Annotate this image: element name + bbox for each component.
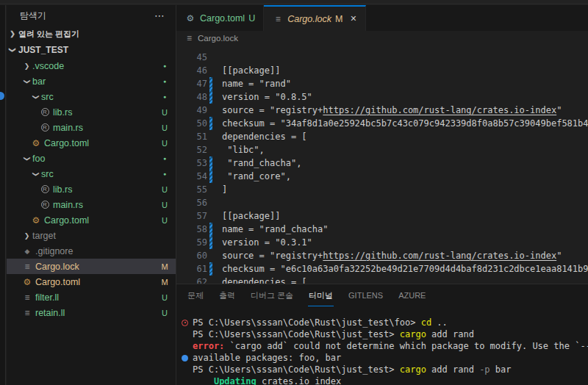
tree-item-target[interactable]: ❯target (7, 228, 176, 243)
tree-item-label: target (32, 231, 171, 241)
code-editor[interactable]: 4546[[package]]47name = "rand"48version … (176, 46, 588, 284)
chevron-right-icon[interactable]: ❯ (21, 232, 32, 240)
command-info-icon[interactable] (182, 355, 188, 361)
tree-item-foo[interactable]: ❯foo● (7, 151, 176, 166)
rust-file-icon: R (39, 123, 51, 132)
breadcrumb: ≡ Cargo.lock (176, 31, 588, 46)
code-line[interactable]: 51dependencies = [ (176, 130, 588, 143)
tree-item-bar[interactable]: ❯bar● (7, 73, 176, 89)
chevron-down-icon[interactable]: ❯ (32, 168, 40, 179)
code-text: "rand_core", (212, 170, 588, 183)
tab-git-badge: M (335, 14, 343, 24)
chevron-down-icon[interactable]: ❯ (24, 76, 31, 87)
tree-item-lib-rs[interactable]: Rlib.rsU (7, 181, 176, 197)
code-line[interactable]: 49source = "registry+https://github.com/… (176, 104, 588, 117)
tree-item-label: Cargo.toml (44, 138, 158, 148)
panel-tab-terminal[interactable]: 터미널 (308, 284, 334, 306)
vscode-window: 탐색기 ⋯ ❯ 열려 있는 편집기 ❯ JUST_TEST ❯.vscode●❯… (0, 0, 588, 385)
tree-item-filter-ll[interactable]: ≡filter.llU (7, 289, 176, 305)
terminal-text: cd (421, 317, 431, 328)
code-line[interactable]: 57[[package]] (176, 209, 588, 223)
tree-item-lib-rs[interactable]: Rlib.rsU (7, 104, 176, 120)
tree-item-cargo-toml[interactable]: ⚙Cargo.tomlM (7, 274, 176, 289)
code-line[interactable]: 55] (176, 183, 588, 196)
rust-file-icon-glyph: R (41, 185, 49, 193)
line-number: 53 (176, 156, 207, 170)
code-segment: [[package]] (222, 211, 280, 221)
tree-item-cargo-toml[interactable]: ⚙Cargo.tomlU (7, 135, 176, 151)
gear-icon: ⚙ (30, 215, 42, 226)
tree-item-retain-ll[interactable]: ≡retain.llU (7, 305, 176, 320)
list-icon: ≡ (21, 262, 33, 272)
tree-item-vscode[interactable]: ❯.vscode● (7, 58, 176, 73)
code-text: checksum = "e6c10a63a0fa32252be49d21e770… (212, 262, 588, 276)
code-line[interactable]: 61checksum = "e6c10a63a0fa32252be49d21e7… (176, 262, 588, 276)
workspace-section[interactable]: ❯ JUST_TEST (7, 42, 176, 58)
code-link[interactable]: https://github.com/rust-lang/crates.io-i… (323, 105, 556, 115)
chevron-down-icon[interactable]: ❯ (24, 153, 31, 164)
tree-item-cargo-lock[interactable]: ≡Cargo.lockM (7, 259, 176, 274)
code-segment: version = "0.3.1" (222, 237, 312, 248)
code-text: [[package]] (212, 209, 588, 223)
tree-item-label: Cargo.toml (44, 215, 158, 226)
rust-file-icon: R (39, 108, 51, 116)
code-text: "rand_chacha", (212, 156, 588, 170)
panel-tab-output[interactable]: 출력 (218, 284, 236, 306)
list-icon: ≡ (21, 308, 33, 318)
terminal[interactable]: PS C:\Users\sssan\Code\Rust\just_test\fo… (176, 306, 588, 385)
panel-tab-problems[interactable]: 문제 (187, 284, 204, 306)
more-actions-icon[interactable]: ⋯ (154, 10, 165, 21)
chevron-down-icon[interactable]: ❯ (32, 91, 40, 102)
rust-file-icon: R (39, 201, 51, 209)
chevron-right-icon[interactable]: ❯ (21, 62, 32, 70)
code-link[interactable]: https://github.com/rust-lang/crates.io-i… (323, 251, 556, 261)
open-editors-section[interactable]: ❯ 열려 있는 편집기 (7, 26, 176, 42)
command-failed-icon[interactable] (182, 320, 188, 326)
code-line[interactable]: 54 "rand_core", (176, 170, 588, 183)
gear-icon: ⚙ (184, 13, 196, 24)
code-text: source = "registry+https://github.com/ru… (212, 249, 588, 262)
panel-tab-azure[interactable]: AZURE (398, 284, 426, 306)
line-number: 51 (176, 130, 207, 143)
code-line[interactable]: 46[[package]] (176, 64, 588, 77)
rust-file-icon: R (39, 185, 51, 193)
panel-tab-gitlens[interactable]: GITLENS (348, 284, 384, 306)
code-line[interactable]: 52 "libc", (176, 143, 588, 156)
code-line[interactable]: 62dependencies = [ (176, 276, 588, 284)
panel-tab-debug-console[interactable]: 디버그 콘솔 (250, 284, 294, 306)
panel-tab-label: AZURE (398, 291, 426, 300)
code-line[interactable]: 59version = "0.3.1" (176, 236, 588, 249)
tree-item-src[interactable]: ❯src● (7, 89, 176, 104)
code-line[interactable]: 58name = "rand_chacha" (176, 223, 588, 236)
panel-tab-label: 터미널 (309, 291, 333, 300)
git-status-badge: U (158, 201, 171, 209)
tab-close-icon[interactable]: ✕ (350, 14, 356, 24)
code-segment: dependencies = [ (222, 277, 307, 284)
code-line[interactable]: 60source = "registry+https://github.com/… (176, 249, 588, 262)
code-line[interactable]: 48version = "0.8.5" (176, 90, 588, 104)
code-line[interactable]: 45 (176, 51, 588, 64)
chevron-down-icon[interactable]: ❯ (9, 44, 16, 56)
code-segment: checksum = "34af8d1a0e25924bc5b7c43c079c… (222, 118, 588, 129)
tab-cargo-toml[interactable]: ⚙Cargo.tomlU (176, 5, 264, 31)
tree-item-cargo-toml[interactable]: ⚙Cargo.tomlU (7, 212, 176, 228)
tree-item-label: lib.rs (53, 184, 158, 195)
line-number: 56 (176, 196, 207, 209)
code-line[interactable]: 56 (176, 196, 588, 209)
tree-item-main-rs[interactable]: Rmain.rsU (7, 197, 176, 212)
activity-bar (0, 5, 6, 385)
rust-file-icon-glyph: R (41, 123, 49, 132)
breadcrumb-item[interactable]: Cargo.lock (198, 34, 238, 43)
line-number: 46 (176, 64, 207, 77)
code-line[interactable]: 47name = "rand" (176, 77, 588, 90)
code-segment: ] (222, 184, 227, 195)
line-number: 59 (176, 236, 207, 249)
tab-cargo-lock[interactable]: ≡Cargo.lockM✕ (264, 5, 365, 31)
tree-item-main-rs[interactable]: Rmain.rsU (7, 120, 176, 135)
chevron-right-icon[interactable]: ❯ (7, 30, 18, 37)
code-line[interactable]: 53 "rand_chacha", (176, 156, 588, 170)
tree-item-src[interactable]: ❯src● (7, 166, 176, 181)
line-number: 52 (176, 143, 207, 156)
tree-item-gitignore[interactable]: ◆.gitignore (7, 243, 176, 259)
code-line[interactable]: 50checksum = "34af8d1a0e25924bc5b7c43c07… (176, 117, 588, 130)
